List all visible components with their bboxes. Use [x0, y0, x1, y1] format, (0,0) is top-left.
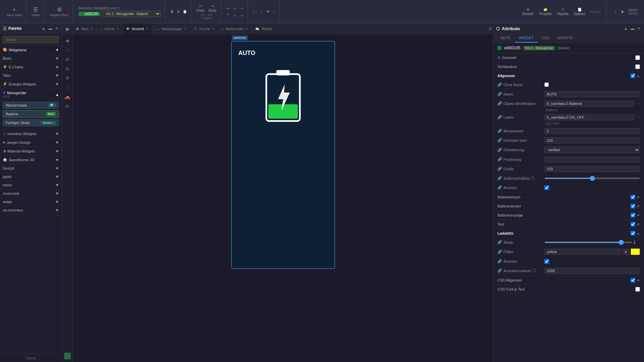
section-allgemein-header[interactable]: Allgemein ▲ [493, 71, 644, 80]
new-page-button[interactable]: + Neue Seite [5, 6, 23, 17]
palette-category-inventwo-header[interactable]: ⬡ inventwo Widgets ▼ [0, 129, 62, 138]
objekte-button[interactable]: ⬡ Objekte [556, 7, 570, 16]
attr-panel-close-button[interactable]: ✕ [637, 25, 641, 32]
canvas-nav-settings[interactable]: ⚙ [64, 103, 70, 110]
polsterung-input[interactable] [544, 157, 640, 163]
import-button[interactable]: ↓ [272, 9, 277, 14]
objekt-id-input[interactable] [544, 101, 634, 107]
tab-more-button[interactable]: ≡ [489, 26, 492, 32]
ladeblitz-animdauer-info-icon[interactable]: ⓘ [533, 268, 536, 273]
tab-home[interactable]: ⌂ Home ✕ [97, 23, 123, 34]
palette-search-input[interactable] [3, 36, 59, 43]
attr-panel-collapse-button[interactable]: ▬ [630, 25, 635, 32]
undo-button[interactable]: ↩ Undo [195, 4, 206, 13]
copy-button[interactable]: ⧉ [176, 9, 181, 14]
palette-category-material-header[interactable]: ◑ Material-Widgets ▼ [0, 147, 62, 155]
canvas-nav-music[interactable]: ♪ [65, 84, 69, 91]
section-ladeblitz-header[interactable]: Ladeblitz ▲ [493, 229, 644, 238]
seitenverhaeltnis-slider[interactable] [544, 178, 640, 179]
tab-staubsauger[interactable]: — Staubsauger ✕ [152, 23, 191, 34]
tab-css[interactable]: CSS [538, 34, 553, 43]
palette-category-basic-header[interactable]: Basic ▼ [0, 54, 62, 62]
animiert-checkbox[interactable] [544, 185, 549, 190]
export-button[interactable]: ↑ [259, 9, 264, 14]
section-allgemein-expand[interactable]: ▲ [637, 74, 640, 78]
groesse-input[interactable] [544, 166, 640, 172]
section-css-allgemein-header[interactable]: CSS Allgemein ▼ [493, 276, 644, 285]
canvas-nav-home[interactable]: ⌂ [65, 46, 69, 54]
align-left-button[interactable]: ⊢ [225, 6, 231, 11]
palette-category-energie-header[interactable]: ⚡ Energie-Widgets ▼ [0, 80, 62, 88]
palette-category-jaeger-header[interactable]: ◈ Jaeger-Design ▼ [0, 138, 62, 146]
section-ladeblitz-expand[interactable]: ▲ [637, 232, 640, 235]
section-batteriedeckel-expand[interactable]: ▼ [637, 204, 640, 208]
dateien-button[interactable]: 📄 Dateien [573, 7, 587, 16]
objekt-id-more[interactable]: ⋯ [636, 101, 640, 106]
canvas-nav-arrow[interactable]: ◀ [64, 37, 70, 44]
play-button[interactable]: ▶ [620, 9, 626, 14]
widget-batterie[interactable]: Batterie 84% [3, 110, 59, 118]
palette-up-button[interactable]: ▲ [41, 25, 46, 32]
align-right-button[interactable]: ⊣ [238, 6, 244, 11]
section-css-allgemein-expand[interactable]: ▼ [637, 279, 640, 282]
fullscreen-button[interactable]: ⛶ [252, 9, 258, 14]
tab-widget[interactable]: WIDGET [515, 34, 538, 43]
section-batteriekoerper-expand[interactable]: ▼ [637, 195, 640, 199]
delete-button[interactable]: 🗑 [169, 9, 175, 14]
tab-wetter[interactable]: ⛅ Wetter [252, 23, 276, 34]
palette-category-sweethome-header[interactable]: 🏠 SweetHome 3D ▼ [0, 156, 62, 164]
ohne-rand-checkbox[interactable] [544, 82, 549, 87]
tab-multimedia[interactable]: ♪ Multimedia ✕ [218, 23, 252, 34]
palette-category-swipe-header[interactable]: swipe ▼ [0, 198, 62, 206]
widget-dropdown[interactable]: Vis 2 - Messgeräte · Batterie [102, 11, 161, 17]
ladeblitz-fuellen-delete[interactable]: 🗑 [623, 249, 629, 255]
palette-category-musiccast-header[interactable]: musiccast ▼ [0, 189, 62, 197]
section-batteriedeckel-checkbox[interactable] [631, 204, 635, 208]
widgets-filtern-button[interactable]: ⚙ Widgets filtern [48, 6, 70, 17]
section-sichtbarkeit-checkbox[interactable] [635, 64, 640, 69]
section-batterieanzeige-header[interactable]: Batterieanzeige ▼ [493, 211, 644, 220]
tab-multimedia-close[interactable]: ✕ [245, 27, 248, 31]
ladeblitz-animdauer-input[interactable] [544, 268, 640, 274]
projekte-button[interactable]: 📁 Projekte [538, 7, 553, 16]
section-allgemein-checkbox[interactable] [631, 73, 635, 78]
canvas-nav-move[interactable]: ✥ [64, 74, 70, 82]
section-batteriekoerper-checkbox[interactable] [631, 195, 635, 199]
laden-more[interactable]: ⋯ [636, 115, 640, 120]
section-batterieanzeige-checkbox[interactable] [631, 213, 635, 218]
theme-toggle-button[interactable]: ☽ [612, 9, 618, 14]
tab-skripte[interactable]: SKRIPTE [553, 34, 577, 43]
widget-farbiger-skala[interactable]: Farbiger Skala 36.06 k... [3, 119, 59, 126]
section-css-font-text-checkbox[interactable] [635, 287, 640, 292]
tab-navi-close[interactable]: ✕ [91, 27, 93, 31]
section-batteriekoerper-header[interactable]: Batteriekörper ▼ [493, 193, 644, 201]
redo-button[interactable]: ↪ Redo [207, 4, 218, 13]
tab-kueche-close[interactable]: ✕ [212, 27, 215, 31]
ladeblitz-fuellen-input[interactable] [544, 249, 621, 255]
tab-bar-play-button[interactable]: ▶ [63, 26, 72, 32]
section-sichtbarkeit-header[interactable]: Sichtbarkeit [493, 62, 644, 71]
paste-button[interactable]: 📋 [181, 9, 188, 14]
palette-category-widgeteria-header[interactable]: 🎨 Widgeteria ▼ [0, 46, 62, 54]
tab-seite[interactable]: SEITE [496, 34, 515, 43]
section-text-checkbox[interactable] [631, 222, 635, 227]
align-middle-button[interactable]: ⊥ [232, 12, 238, 17]
widget-wasserskala[interactable]: Wasserskala 🌊 [3, 102, 59, 109]
palette-category-gestylt-header[interactable]: Gestylt ▼ [0, 164, 62, 172]
palette-category-metro-header[interactable]: metro ▼ [0, 181, 62, 189]
tab-kueche[interactable]: ⬡ Küche ✕ [191, 23, 218, 34]
section-css-font-text-header[interactable]: CSS Font & Text [493, 285, 644, 294]
ladeblitz-skala-slider[interactable] [544, 242, 632, 243]
section-generell-checkbox[interactable] [635, 55, 640, 60]
mindestwert-input[interactable] [544, 128, 640, 134]
palette-close-button[interactable]: ✕ [54, 25, 59, 32]
name-input[interactable] [544, 91, 640, 97]
palette-category-visinventwo-header[interactable]: vis-inventwo ▼ [0, 206, 62, 214]
section-batterieanzeige-expand[interactable]: ▼ [637, 214, 640, 217]
palette-collapse-button[interactable]: ▬ [48, 25, 53, 32]
tab-staubsauger-close[interactable]: ✕ [184, 27, 187, 31]
section-text-header[interactable]: Text ▼ [493, 220, 644, 229]
einstell-button[interactable]: ⚙ Einstell. [521, 7, 535, 16]
palette-category-tabs-header[interactable]: Tabs ▼ [0, 71, 62, 79]
canvas-nav-indicator[interactable] [64, 353, 71, 359]
